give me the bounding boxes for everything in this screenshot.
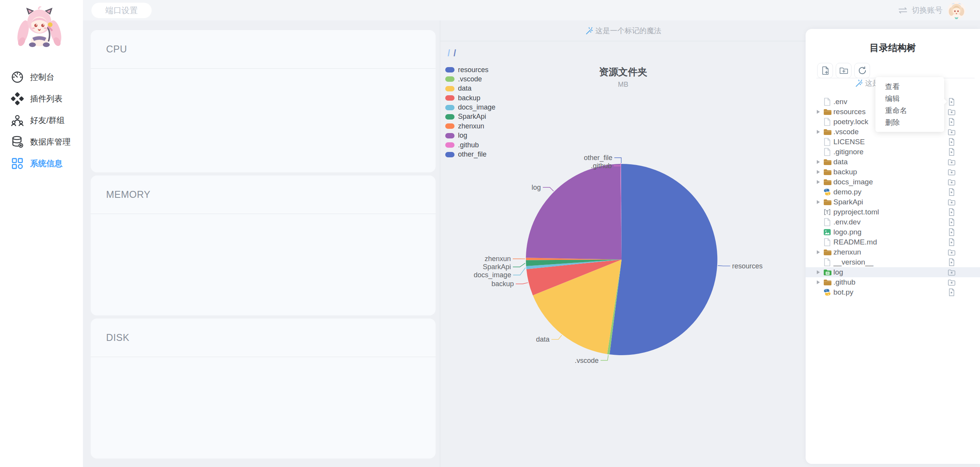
pie-label-.vscode: .vscode: [575, 357, 599, 364]
badge-file-icon[interactable]: [948, 288, 956, 297]
legend-item-zhenxun[interactable]: zhenxun: [445, 121, 495, 131]
tree-item-zhenxun[interactable]: zhenxun: [806, 247, 980, 257]
badge-folder-icon[interactable]: [948, 279, 956, 286]
sidebar-item-plugins[interactable]: 插件列表: [0, 88, 83, 110]
pie-slice-resources[interactable]: [610, 164, 717, 355]
legend-marker: [445, 76, 455, 82]
context-menu-item-2[interactable]: 重命名: [875, 105, 944, 116]
folder-icon: [823, 248, 833, 256]
legend-marker: [445, 67, 455, 72]
caret-right-icon[interactable]: [816, 200, 823, 204]
badge-folder-icon[interactable]: [948, 108, 956, 116]
caret-right-icon[interactable]: [816, 250, 823, 255]
python-icon: [823, 188, 833, 196]
caret-right-icon[interactable]: [816, 270, 823, 275]
main-area: 端口设置 切换账号: [83, 0, 980, 467]
sidebar-item-label: 数据库管理: [30, 137, 71, 147]
badge-folder-icon[interactable]: [948, 269, 956, 276]
legend-item-data[interactable]: data: [445, 84, 495, 93]
badge-folder-icon[interactable]: [948, 199, 956, 206]
legend-item-log[interactable]: log: [445, 131, 495, 140]
caret-right-icon[interactable]: [816, 170, 823, 174]
badge-file-icon[interactable]: [948, 238, 956, 246]
tree-item-.gitignore[interactable]: .gitignore: [806, 147, 980, 157]
legend-label: log: [458, 132, 467, 140]
badge-file-icon[interactable]: [948, 228, 956, 236]
pie-slice-log[interactable]: [526, 164, 622, 260]
badge-folder-icon[interactable]: [948, 179, 956, 186]
tree-item-demo.py[interactable]: demo.py: [806, 187, 980, 197]
tree-item-__version__[interactable]: __version__: [806, 257, 980, 267]
port-settings-button[interactable]: 端口设置: [91, 3, 152, 18]
tree-item-LICENSE[interactable]: LICENSE: [806, 137, 980, 147]
badge-folder-icon[interactable]: [948, 249, 956, 256]
caret-right-icon[interactable]: [816, 180, 823, 184]
folder-icon: [823, 278, 833, 287]
tree-item-bot.py[interactable]: bot.py: [806, 287, 980, 297]
memory-card-title: MEMORY: [91, 175, 436, 214]
folder-icon: [823, 158, 833, 166]
switch-account[interactable]: 切换账号: [898, 5, 943, 15]
legend-item-docs_image[interactable]: docs_image: [445, 103, 495, 112]
badge-file-icon[interactable]: [948, 98, 956, 106]
badge-folder-icon[interactable]: [948, 158, 956, 166]
refresh-button[interactable]: [854, 63, 870, 78]
legend-item-other_file[interactable]: other_file: [445, 150, 495, 159]
python-icon: [823, 288, 833, 297]
tree-item-data[interactable]: data: [806, 157, 980, 167]
legend-item-resources[interactable]: resources: [445, 65, 495, 74]
toml-icon: [823, 208, 833, 216]
refresh-icon: [858, 66, 867, 75]
new-file-button[interactable]: [817, 63, 833, 78]
disk-card-title: DISK: [91, 319, 436, 357]
database-icon: [10, 135, 24, 149]
file-icon: [823, 98, 833, 106]
tree-item-.env.dev[interactable]: .env.dev: [806, 217, 980, 227]
tree-item-docs_image[interactable]: docs_image: [806, 177, 980, 187]
tree-item-log[interactable]: log: [806, 267, 980, 277]
file-icon: [823, 238, 833, 246]
tree-item-label: backup: [833, 168, 948, 176]
tree-item-pyproject.toml[interactable]: pyproject.toml: [806, 207, 980, 217]
badge-file-icon[interactable]: [948, 208, 956, 216]
tree-item-label: demo.py: [833, 188, 948, 196]
legend-label: .github: [458, 141, 479, 149]
legend-item-backup[interactable]: backup: [445, 93, 495, 103]
badge-file-icon[interactable]: [948, 138, 956, 146]
badge-file-icon[interactable]: [948, 258, 956, 266]
badge-file-icon[interactable]: [948, 218, 956, 226]
pie-label-other_file: other_file: [584, 154, 612, 162]
topbar: 端口设置 切换账号: [83, 0, 980, 20]
tree-item-SparkApi[interactable]: SparkApi: [806, 197, 980, 207]
user-avatar[interactable]: [948, 2, 965, 19]
context-menu-item-1[interactable]: 编辑: [875, 93, 944, 105]
sidebar-item-console[interactable]: 控制台: [0, 66, 83, 88]
tree-item-logo.png[interactable]: logo.png: [806, 227, 980, 237]
badge-folder-icon[interactable]: [948, 128, 956, 136]
caret-right-icon[interactable]: [816, 160, 823, 164]
tree-item-.github[interactable]: .github: [806, 277, 980, 287]
app-root: 控制台插件列表好友/群组数据库管理系统信息 端口设置 切换账号: [0, 0, 980, 467]
plugins-icon: [10, 92, 24, 106]
caret-right-icon[interactable]: [816, 130, 823, 134]
badge-file-icon[interactable]: [948, 148, 956, 156]
sidebar-item-friends-groups[interactable]: 好友/群组: [0, 110, 83, 131]
badge-file-icon[interactable]: [948, 188, 956, 196]
context-menu-item-0[interactable]: 查看: [875, 81, 944, 93]
badge-file-icon[interactable]: [948, 118, 956, 126]
tree-item-README.md[interactable]: README.md: [806, 237, 980, 247]
legend-label: resources: [458, 66, 488, 74]
new-folder-button[interactable]: [836, 63, 852, 78]
caret-right-icon[interactable]: [816, 280, 823, 285]
legend-item-SparkApi[interactable]: SparkApi: [445, 112, 495, 121]
pie-label-resources: resources: [732, 262, 763, 270]
sidebar-item-system-info[interactable]: 系统信息: [0, 153, 83, 174]
tree-item-backup[interactable]: backup: [806, 167, 980, 177]
legend-item-.github[interactable]: .github: [445, 140, 495, 150]
caret-right-icon[interactable]: [816, 110, 823, 114]
badge-folder-icon[interactable]: [948, 169, 956, 176]
pie-label-line: [543, 187, 554, 191]
context-menu-item-3[interactable]: 删除: [875, 116, 944, 128]
sidebar-item-database[interactable]: 数据库管理: [0, 131, 83, 153]
legend-item-.vscode[interactable]: .vscode: [445, 74, 495, 84]
